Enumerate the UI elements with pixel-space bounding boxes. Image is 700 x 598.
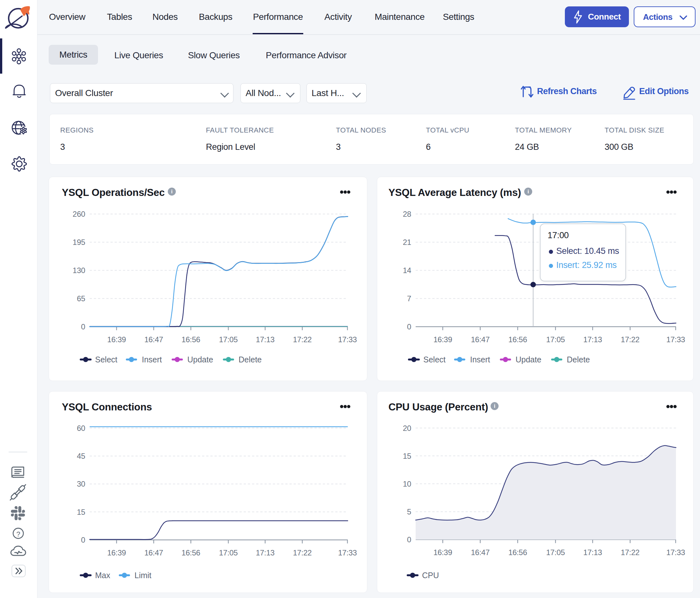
svg-text:21: 21 (403, 238, 411, 246)
svg-text:16:56: 16:56 (181, 548, 200, 557)
svg-text:17:33: 17:33 (666, 548, 685, 557)
svg-text:15: 15 (77, 508, 85, 516)
svg-text:0: 0 (81, 536, 85, 544)
svg-text:130: 130 (73, 266, 85, 275)
svg-text:28: 28 (403, 210, 411, 218)
svg-text:20: 20 (403, 424, 411, 433)
svg-text:16:39: 16:39 (433, 335, 452, 344)
svg-text:260: 260 (73, 210, 85, 218)
svg-text:10: 10 (403, 479, 411, 488)
svg-text:Insert: Insert (142, 355, 162, 364)
svg-text:16:56: 16:56 (181, 335, 200, 344)
svg-text:16:39: 16:39 (107, 335, 126, 344)
svg-text:17:05: 17:05 (219, 335, 238, 344)
svg-text:Update: Update (187, 355, 213, 364)
svg-text:Max: Max (95, 571, 110, 580)
svg-text:17:05: 17:05 (546, 548, 565, 557)
svg-text:17:13: 17:13 (256, 335, 275, 344)
svg-text:Update: Update (516, 355, 542, 364)
svg-text:195: 195 (73, 238, 85, 246)
svg-text:17:13: 17:13 (583, 548, 602, 557)
svg-text:Delete: Delete (567, 355, 590, 364)
svg-text:16:47: 16:47 (144, 548, 163, 557)
svg-text:17:33: 17:33 (666, 335, 685, 344)
svg-text:Delete: Delete (239, 355, 261, 364)
svg-text:0: 0 (81, 322, 85, 331)
svg-text:16:47: 16:47 (471, 335, 490, 344)
svg-text:30: 30 (77, 479, 85, 488)
svg-text:16:56: 16:56 (508, 548, 527, 557)
svg-text:7: 7 (407, 294, 411, 303)
svg-text:16:47: 16:47 (144, 335, 163, 344)
svg-text:17:22: 17:22 (293, 335, 312, 344)
svg-text:17:13: 17:13 (583, 335, 602, 344)
svg-text:17:05: 17:05 (546, 335, 565, 344)
svg-text:Limit: Limit (134, 571, 151, 580)
svg-text:65: 65 (77, 294, 85, 303)
svg-text:5: 5 (407, 508, 411, 516)
svg-text:14: 14 (403, 266, 411, 275)
svg-text:Select: Select (95, 355, 118, 364)
svg-text:Insert: Insert (470, 355, 490, 364)
svg-text:0: 0 (407, 322, 411, 331)
svg-text:17:33: 17:33 (338, 335, 357, 344)
svg-text:16:39: 16:39 (433, 548, 452, 557)
svg-text:CPU: CPU (422, 571, 439, 580)
svg-text:60: 60 (77, 424, 85, 433)
svg-text:?: ? (16, 530, 20, 538)
svg-text:15: 15 (403, 452, 411, 460)
svg-text:16:47: 16:47 (471, 548, 490, 557)
svg-text:17:22: 17:22 (621, 548, 640, 557)
svg-text:17:22: 17:22 (621, 335, 640, 344)
svg-text:17:13: 17:13 (256, 548, 275, 557)
svg-text:17:22: 17:22 (293, 548, 312, 557)
svg-text:17:05: 17:05 (219, 548, 238, 557)
svg-text:16:39: 16:39 (107, 548, 126, 557)
svg-text:0: 0 (407, 535, 411, 544)
svg-text:16:56: 16:56 (508, 335, 527, 344)
svg-text:45: 45 (77, 452, 85, 460)
svg-text:17:33: 17:33 (338, 548, 357, 557)
svg-text:Select: Select (423, 355, 446, 364)
